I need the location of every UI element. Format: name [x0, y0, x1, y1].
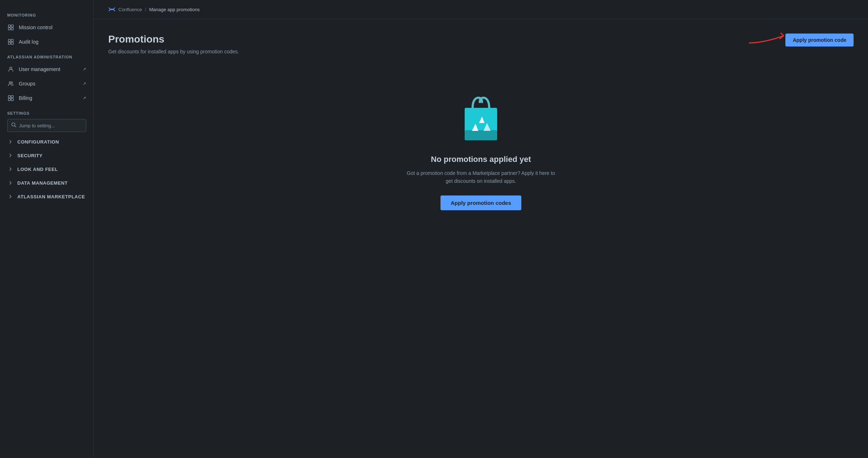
sidebar-item-label: Groups	[19, 81, 35, 87]
apply-promotion-code-button-top[interactable]: Apply promotion code	[785, 34, 854, 47]
svg-rect-12	[11, 96, 13, 98]
empty-state-description: Got a promotion code from a Marketplace …	[405, 169, 557, 185]
collapsible-item-label: DATA MANAGEMENT	[17, 180, 68, 186]
svg-line-16	[15, 126, 16, 127]
sidebar-item-label: Audit log	[19, 39, 38, 45]
breadcrumb-current-page: Manage app promotions	[149, 7, 200, 12]
chevron-right-icon	[7, 166, 14, 172]
page-header: Promotions Get discounts for installed a…	[108, 34, 854, 54]
person-icon	[7, 66, 14, 73]
svg-rect-6	[8, 42, 10, 44]
sidebar-item-label: Billing	[19, 95, 32, 101]
page-title-section: Promotions Get discounts for installed a…	[108, 34, 239, 54]
sidebar: MONITORING Mission control Audit log ATL…	[0, 0, 94, 458]
sidebar-item-billing[interactable]: Billing ↗	[0, 91, 93, 105]
breadcrumb-separator: /	[145, 7, 146, 12]
chevron-right-icon	[7, 180, 14, 186]
collapsible-item-label: ATLASSIAN MARKETPLACE	[17, 194, 85, 199]
sidebar-item-label: User management	[19, 66, 60, 72]
svg-rect-14	[11, 98, 13, 101]
sidebar-item-user-management[interactable]: User management ↗	[0, 62, 93, 76]
svg-rect-13	[8, 98, 10, 101]
collapsible-item-label: LOOK AND FEEL	[17, 167, 58, 172]
page-description: Get discounts for installed apps by usin…	[108, 49, 239, 54]
external-link-icon: ↗	[83, 96, 86, 101]
shopping-bag-icon	[457, 91, 504, 146]
svg-point-8	[10, 67, 12, 69]
collapsible-item-label: SECURITY	[17, 153, 43, 158]
sidebar-item-audit-log[interactable]: Audit log	[0, 35, 93, 49]
arrow-annotation	[746, 32, 789, 48]
chevron-right-icon	[7, 152, 14, 159]
atlassian-admin-section-label: ATLASSIAN ADMINISTRATION	[0, 49, 93, 62]
chevron-right-icon	[7, 193, 14, 200]
sidebar-item-mission-control[interactable]: Mission control	[0, 20, 93, 35]
main-content: Confluence / Manage app promotions Promo…	[94, 0, 868, 458]
page-title: Promotions	[108, 34, 239, 45]
apply-promotion-codes-button[interactable]: Apply promotion codes	[440, 195, 521, 210]
settings-section: SETTINGS	[0, 105, 93, 135]
sidebar-item-look-and-feel[interactable]: LOOK AND FEEL	[0, 162, 93, 176]
top-actions: Apply promotion code	[785, 34, 854, 47]
settings-search-input[interactable]	[19, 123, 82, 128]
grid-icon	[7, 24, 14, 31]
settings-search-box[interactable]	[7, 119, 86, 132]
svg-rect-2	[8, 28, 10, 30]
sidebar-item-data-management[interactable]: DATA MANAGEMENT	[0, 176, 93, 190]
svg-rect-18	[465, 130, 497, 140]
sidebar-item-groups[interactable]: Groups ↗	[0, 76, 93, 91]
sidebar-item-security[interactable]: SECURITY	[0, 149, 93, 162]
external-link-icon: ↗	[83, 67, 86, 72]
svg-rect-3	[11, 28, 13, 30]
sidebar-item-atlassian-marketplace[interactable]: ATLASSIAN MARKETPLACE	[0, 190, 93, 203]
svg-point-9	[9, 82, 11, 84]
content-area: Promotions Get discounts for installed a…	[94, 19, 868, 458]
breadcrumb-app-name: Confluence	[118, 7, 142, 12]
svg-rect-4	[8, 39, 10, 41]
chevron-right-icon	[7, 138, 14, 145]
empty-state: No promotions applied yet Got a promotio…	[108, 76, 854, 225]
search-icon	[11, 122, 16, 129]
external-link-icon: ↗	[83, 81, 86, 86]
svg-rect-1	[11, 25, 13, 27]
monitoring-section-label: MONITORING	[0, 7, 93, 20]
svg-rect-0	[8, 25, 10, 27]
empty-state-title: No promotions applied yet	[431, 155, 531, 164]
audit-grid-icon	[7, 38, 14, 45]
settings-section-label: SETTINGS	[7, 111, 86, 115]
collapsible-item-label: CONFIGURATION	[17, 139, 59, 145]
svg-rect-11	[8, 96, 10, 98]
svg-point-10	[11, 82, 13, 83]
confluence-logo-icon	[108, 6, 115, 13]
svg-rect-7	[11, 42, 13, 44]
billing-grid-icon	[7, 94, 14, 102]
svg-rect-5	[11, 39, 13, 41]
sidebar-item-configuration[interactable]: CONFIGURATION	[0, 135, 93, 149]
breadcrumb: Confluence / Manage app promotions	[94, 0, 868, 19]
people-icon	[7, 80, 14, 87]
sidebar-item-label: Mission control	[19, 25, 52, 30]
